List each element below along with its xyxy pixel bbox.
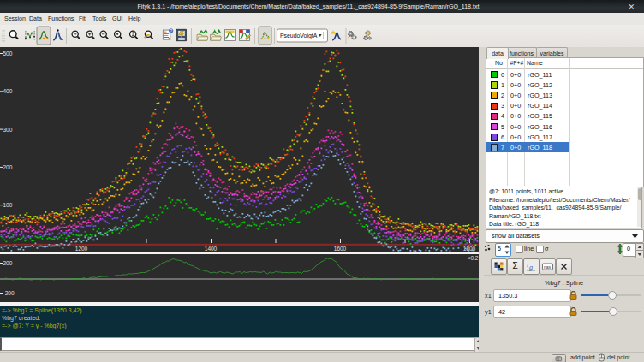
svg-text:l: l [527,262,528,269]
svg-text:500: 500 [3,50,13,56]
svg-text:400: 400 [3,88,13,94]
svg-text:nas: nas [544,264,552,270]
svg-text:?: ? [170,29,172,33]
svg-text:300: 300 [3,127,13,133]
svg-text:1600: 1600 [334,246,347,252]
svg-text:1200: 1200 [75,246,88,252]
svg-text:100: 100 [3,202,13,208]
svg-text:-200: -200 [3,290,15,296]
svg-text:×0.2: ×0.2 [468,255,479,261]
svg-text:200: 200 [3,260,13,266]
svg-text:200: 200 [3,164,13,170]
svg-text:1400: 1400 [205,246,218,252]
svg-text:PseudoVoigtA: PseudoVoigtA [280,33,318,39]
